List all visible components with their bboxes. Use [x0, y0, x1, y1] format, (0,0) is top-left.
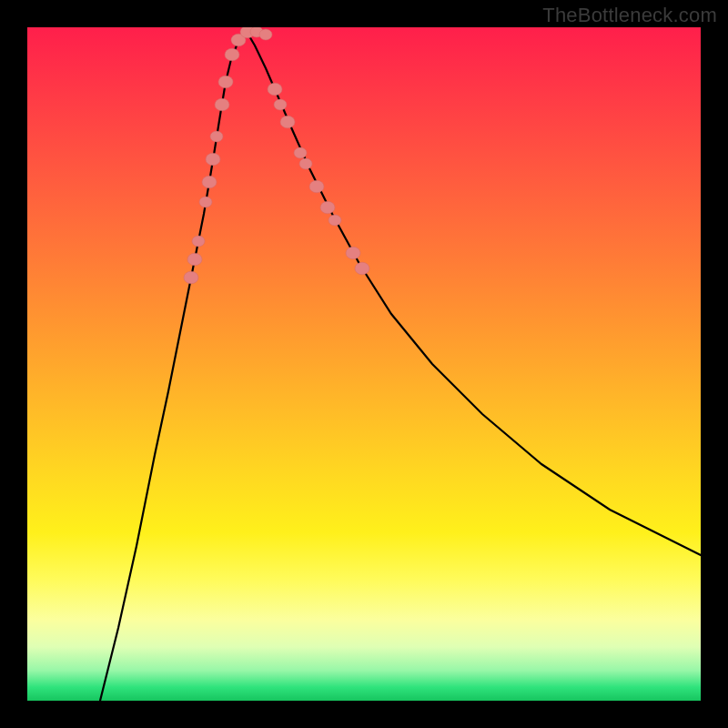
bead-marker — [210, 131, 223, 142]
bead-marker — [346, 247, 360, 259]
bead-marker — [206, 153, 220, 166]
bead-marker — [192, 236, 205, 247]
watermark-text: TheBottleneck.com — [542, 4, 717, 27]
curves-svg — [27, 27, 701, 701]
bead-marker — [329, 215, 341, 226]
bead-marker — [274, 99, 287, 110]
bead-markers — [184, 27, 369, 284]
bead-marker — [225, 48, 239, 61]
bead-marker — [280, 116, 295, 128]
bead-marker — [320, 201, 335, 214]
bead-marker — [259, 29, 272, 40]
bead-marker — [294, 147, 307, 158]
bead-marker — [215, 98, 229, 111]
bead-marker — [218, 76, 233, 88]
right-curve — [246, 30, 701, 555]
left-curve — [100, 30, 246, 701]
bead-marker — [184, 271, 198, 284]
outer-frame: TheBottleneck.com — [0, 0, 728, 728]
bead-marker — [199, 197, 212, 207]
bead-marker — [355, 262, 369, 275]
bead-marker — [299, 158, 312, 169]
bead-marker — [187, 253, 202, 266]
bead-marker — [309, 180, 324, 193]
bead-marker — [202, 176, 217, 188]
bead-marker — [268, 83, 282, 96]
plot-area — [27, 27, 701, 701]
